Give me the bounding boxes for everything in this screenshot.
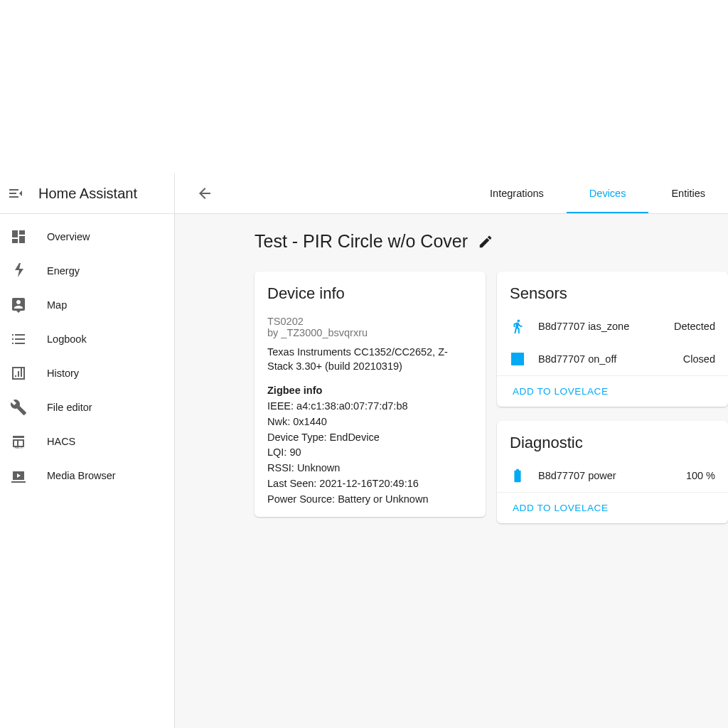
zigbee-power-source: Power Source: Battery or Unknown <box>267 492 473 508</box>
zigbee-device-type: Device Type: EndDevice <box>267 430 473 446</box>
svg-text:HACS: HACS <box>14 446 22 449</box>
dashboard-icon <box>10 228 27 245</box>
sidebar-item-media-browser[interactable]: Media Browser <box>0 459 174 493</box>
app-title: Home Assistant <box>38 186 137 202</box>
lightning-icon <box>10 262 27 279</box>
tabs: Integrations Devices Entities <box>467 173 728 213</box>
sensor-name: B8d77707 on_off <box>538 353 670 365</box>
list-icon <box>10 331 27 348</box>
run-icon <box>510 318 525 334</box>
tab-devices[interactable]: Devices <box>567 173 649 213</box>
page-title: Test - PIR Circle w/o Cover <box>255 231 468 252</box>
sidebar-header: Home Assistant <box>0 173 174 214</box>
sidebar-item-label: Overview <box>47 231 90 242</box>
hacs-icon: HACS <box>10 433 27 450</box>
battery-icon <box>510 468 525 483</box>
sidebar: Home Assistant Overview Energy Map Logbo… <box>0 173 175 728</box>
square-icon <box>510 351 525 367</box>
back-icon[interactable] <box>196 185 213 202</box>
sidebar-nav: Overview Energy Map Logbook History File… <box>0 214 174 498</box>
device-model: TS0202 <box>267 316 473 327</box>
sidebar-item-label: Map <box>47 299 67 311</box>
side-cards: Sensors B8d77707 ias_zone Detected <box>497 272 728 523</box>
bar-chart-icon <box>10 365 27 382</box>
cards-row: Device info TS0202 by _TZ3000_bsvqrxru T… <box>255 272 728 523</box>
zigbee-ieee: IEEE: a4:c1:38:a0:07:77:d7:b8 <box>267 399 473 414</box>
sensor-value: Closed <box>683 353 715 365</box>
sidebar-item-label: History <box>47 368 79 379</box>
diagnostic-name: B8d77707 power <box>538 470 673 481</box>
wrench-icon <box>10 399 27 416</box>
sidebar-item-label: File editor <box>47 402 92 413</box>
diagnostic-title: Diagnostic <box>497 434 728 452</box>
sidebar-item-label: Logbook <box>47 333 87 345</box>
play-box-icon <box>10 467 27 484</box>
sidebar-item-label: Media Browser <box>47 470 116 481</box>
sidebar-item-energy[interactable]: Energy <box>0 254 174 288</box>
tab-integrations[interactable]: Integrations <box>467 173 567 213</box>
device-manufacturer: by _TZ3000_bsvqrxru <box>267 327 473 338</box>
sensor-row[interactable]: B8d77707 on_off Closed <box>497 343 728 375</box>
sensors-title: Sensors <box>497 284 728 303</box>
device-hardware: Texas Instruments CC1352/CC2652, Z-Stack… <box>267 346 473 373</box>
edit-icon[interactable] <box>478 234 493 250</box>
sidebar-item-history[interactable]: History <box>0 356 174 390</box>
topbar: Integrations Devices Entities <box>175 173 728 214</box>
zigbee-info-label: Zigbee info <box>267 385 473 396</box>
tab-entities[interactable]: Entities <box>648 173 728 213</box>
zigbee-last-seen: Last Seen: 2021-12-16T20:49:16 <box>267 476 473 492</box>
page-title-row: Test - PIR Circle w/o Cover <box>255 231 728 252</box>
content: Test - PIR Circle w/o Cover Device info … <box>175 214 728 728</box>
sidebar-item-label: Energy <box>47 265 80 277</box>
sidebar-item-map[interactable]: Map <box>0 288 174 322</box>
menu-collapse-icon[interactable] <box>7 185 24 202</box>
device-info-card: Device info TS0202 by _TZ3000_bsvqrxru T… <box>255 272 486 517</box>
diagnostic-card: Diagnostic B8d77707 power 100 % ADD TO L… <box>497 421 728 523</box>
sidebar-item-label: HACS <box>47 436 75 447</box>
sidebar-item-overview[interactable]: Overview <box>0 220 174 254</box>
diagnostic-value: 100 % <box>686 470 715 481</box>
sidebar-item-file-editor[interactable]: File editor <box>0 390 174 424</box>
add-to-lovelace-button[interactable]: ADD TO LOVELACE <box>497 376 728 407</box>
person-pin-icon <box>10 296 27 314</box>
sensor-row[interactable]: B8d77707 ias_zone Detected <box>497 310 728 343</box>
sensors-card: Sensors B8d77707 ias_zone Detected <box>497 272 728 407</box>
diagnostic-row[interactable]: B8d77707 power 100 % <box>497 459 728 492</box>
device-info-title: Device info <box>267 284 473 303</box>
sensor-value: Detected <box>674 321 715 332</box>
zigbee-nwk: Nwk: 0x1440 <box>267 414 473 430</box>
zigbee-rssi: RSSI: Unknown <box>267 461 473 476</box>
sidebar-item-logbook[interactable]: Logbook <box>0 322 174 356</box>
zigbee-lqi: LQI: 90 <box>267 445 473 461</box>
sidebar-item-hacs[interactable]: HACS HACS <box>0 424 174 459</box>
add-to-lovelace-button[interactable]: ADD TO LOVELACE <box>497 493 728 523</box>
sensor-name: B8d77707 ias_zone <box>538 321 661 332</box>
main-area: Integrations Devices Entities Test - PIR… <box>175 173 728 728</box>
